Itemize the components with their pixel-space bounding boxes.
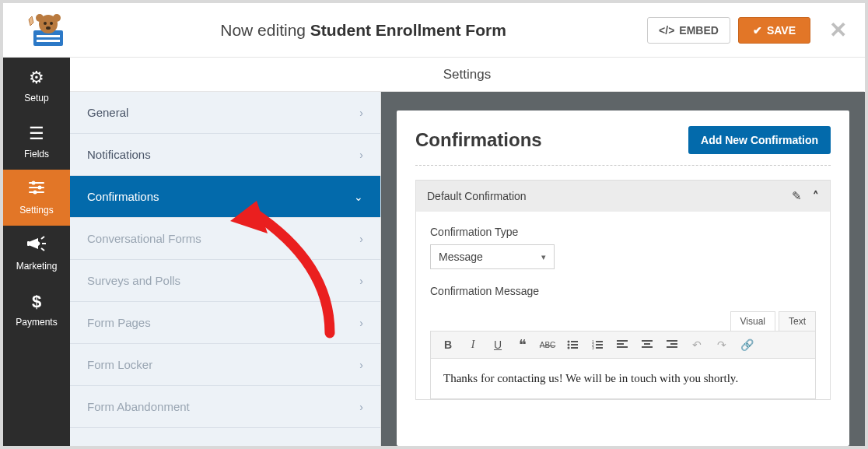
settings-item-general[interactable]: General ›: [70, 92, 380, 134]
undo-icon[interactable]: ↶: [686, 335, 708, 355]
confirmation-type-select[interactable]: Message ▾: [430, 244, 555, 269]
list-icon: ☰: [29, 124, 44, 144]
settings-item-label: Conversational Forms: [87, 232, 201, 245]
numbered-list-icon[interactable]: 123: [586, 335, 608, 355]
nav-settings[interactable]: Settings: [3, 170, 70, 226]
link-icon[interactable]: 🔗: [736, 335, 758, 355]
settings-item-form-locker[interactable]: Form Locker ›: [70, 344, 380, 386]
page-title: Now editing Student Enrollment Form: [79, 21, 647, 40]
chevron-right-icon: ›: [359, 317, 363, 329]
check-icon: ✔: [753, 24, 762, 37]
align-left-icon[interactable]: [611, 335, 633, 355]
primary-sidebar: ⚙ Setup ☰ Fields Settings Marketing $: [3, 58, 70, 446]
editor-tab-text[interactable]: Text: [779, 311, 816, 331]
svg-point-23: [568, 347, 570, 349]
settings-item-notifications[interactable]: Notifications ›: [70, 134, 380, 176]
svg-point-4: [36, 14, 44, 22]
svg-point-21: [568, 344, 570, 346]
chevron-right-icon: ›: [359, 359, 363, 371]
settings-item-label: Surveys and Polls: [87, 274, 180, 287]
embed-button[interactable]: </> EMBED: [647, 17, 730, 44]
nav-label: Setup: [24, 93, 48, 103]
svg-rect-20: [571, 341, 578, 342]
save-button[interactable]: ✔ SAVE: [738, 17, 810, 44]
topbar: Now editing Student Enrollment Form </> …: [3, 3, 865, 58]
app-logo: [17, 9, 79, 51]
svg-rect-15: [27, 241, 30, 246]
italic-icon[interactable]: I: [462, 335, 484, 355]
nav-setup[interactable]: ⚙ Setup: [3, 58, 70, 114]
preview-column: Confirmations Add New Confirmation Defau…: [381, 92, 865, 446]
gear-icon: ⚙: [29, 68, 44, 88]
settings-menu[interactable]: General › Notifications › Confirmations …: [70, 92, 380, 446]
strikethrough-icon[interactable]: ABC: [537, 335, 558, 355]
sliders-icon: [28, 180, 45, 200]
settings-heading: Settings: [70, 58, 864, 92]
confirmations-panel: Confirmations Add New Confirmation Defau…: [397, 110, 849, 446]
align-center-icon[interactable]: [636, 335, 658, 355]
settings-item-conversational-forms[interactable]: Conversational Forms ›: [70, 218, 380, 260]
add-new-confirmation-button[interactable]: Add New Confirmation: [688, 126, 831, 154]
bold-icon[interactable]: B: [437, 335, 459, 355]
settings-item-surveys-polls[interactable]: Surveys and Polls ›: [70, 260, 380, 302]
svg-line-16: [41, 237, 44, 239]
redo-icon[interactable]: ↷: [711, 335, 733, 355]
embed-label: EMBED: [679, 24, 719, 37]
code-icon: </>: [659, 24, 674, 37]
editor-toolbar: B I U ❝ ABC 123 ↶ ↷ 🔗: [430, 331, 816, 359]
settings-item-label: General: [87, 106, 128, 119]
svg-point-8: [46, 26, 51, 30]
form-name: Student Enrollment Form: [310, 21, 506, 39]
settings-column: Settings General › Notifications › Confi…: [70, 58, 381, 446]
settings-item-confirmations[interactable]: Confirmations ⌄: [70, 176, 380, 218]
svg-rect-30: [596, 347, 603, 349]
svg-point-14: [33, 191, 37, 195]
settings-item-form-abandonment[interactable]: Form Abandonment ›: [70, 386, 380, 428]
settings-item-label: Form Locker: [87, 358, 152, 371]
bullhorn-icon: [27, 236, 46, 256]
settings-item-label: Confirmations: [87, 190, 159, 203]
panel-title: Confirmations: [415, 129, 542, 151]
editor-tab-visual[interactable]: Visual: [730, 311, 775, 331]
chevron-up-icon[interactable]: ˄: [813, 189, 819, 203]
close-icon[interactable]: ✕: [829, 19, 851, 41]
underline-icon[interactable]: U: [487, 335, 509, 355]
nav-payments[interactable]: $ Payments: [3, 282, 70, 338]
svg-rect-22: [571, 344, 578, 346]
chevron-right-icon: ›: [359, 107, 363, 119]
chevron-right-icon: ›: [359, 233, 363, 245]
svg-rect-38: [670, 343, 677, 345]
blockquote-icon[interactable]: ❝: [512, 335, 534, 355]
align-right-icon[interactable]: [661, 335, 683, 355]
chevron-right-icon: ›: [359, 401, 363, 413]
svg-rect-24: [571, 347, 578, 349]
svg-rect-26: [596, 341, 603, 342]
svg-point-12: [32, 181, 36, 185]
svg-point-13: [38, 186, 42, 190]
confirmation-message-label: Confirmation Message: [430, 285, 816, 297]
bullet-list-icon[interactable]: [562, 335, 583, 355]
dollar-icon: $: [32, 292, 41, 312]
svg-rect-36: [642, 346, 653, 348]
confirmation-type-label: Confirmation Type: [430, 226, 816, 238]
confirmation-block: Default Confirmation ✎ ˄ Confirmation Ty…: [415, 180, 831, 400]
svg-rect-2: [37, 40, 60, 42]
svg-point-5: [53, 14, 61, 22]
svg-point-7: [50, 22, 53, 25]
svg-line-18: [41, 248, 44, 251]
settings-item-form-pages[interactable]: Form Pages ›: [70, 302, 380, 344]
nav-label: Payments: [16, 317, 57, 328]
confirmation-block-header[interactable]: Default Confirmation ✎ ˄: [416, 181, 830, 212]
nav-fields[interactable]: ☰ Fields: [3, 114, 70, 170]
save-label: SAVE: [767, 24, 796, 37]
chevron-down-icon: ▾: [541, 252, 546, 262]
nav-label: Settings: [19, 205, 53, 216]
editing-prefix: Now editing: [220, 21, 310, 39]
settings-item-label: Form Abandonment: [87, 400, 190, 413]
settings-item-label: Notifications: [87, 148, 151, 161]
pencil-icon[interactable]: ✎: [792, 189, 802, 203]
editor-content[interactable]: Thanks for contacting us! We will be in …: [430, 359, 816, 399]
nav-marketing[interactable]: Marketing: [3, 226, 70, 282]
chevron-right-icon: ›: [359, 275, 363, 287]
svg-rect-31: [617, 340, 628, 342]
